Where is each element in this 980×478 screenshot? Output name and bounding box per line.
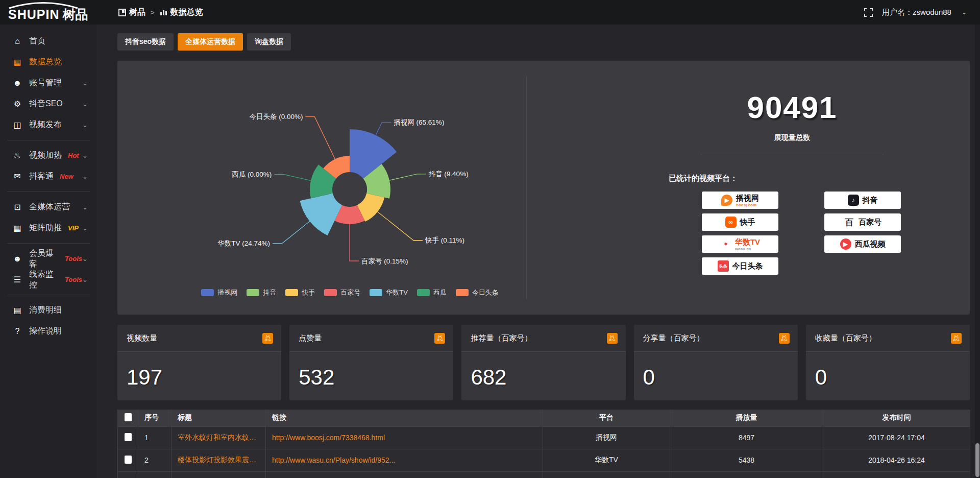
sidebar-item-label: 会员爆客 bbox=[29, 248, 59, 270]
empty-cell bbox=[543, 471, 670, 478]
douyin-logo: ♪ bbox=[848, 195, 859, 206]
username[interactable]: 用户名：zswodun88 bbox=[882, 8, 951, 17]
legend-item-播视网[interactable]: 播视网 bbox=[201, 288, 237, 297]
pie-label-抖音: 抖音 (9.40%) bbox=[429, 170, 469, 178]
chevron-down-icon: ⌄ bbox=[82, 276, 88, 283]
fullscreen-icon[interactable] bbox=[864, 8, 873, 17]
total-badge[interactable]: 总 bbox=[262, 333, 273, 344]
sidebar-item-会员爆客[interactable]: ☻会员爆客Tools⌄ bbox=[0, 248, 97, 269]
sidebar-item-label: 账号管理 bbox=[29, 78, 62, 88]
total-badge[interactable]: 总 bbox=[779, 333, 790, 344]
platform-name: 西瓜视频 bbox=[855, 240, 886, 249]
sidebar-item-线索监控[interactable]: ☰线索监控Tools⌄ bbox=[0, 269, 97, 290]
tab-询盘数据[interactable]: 询盘数据 bbox=[247, 33, 291, 51]
sidebar-item-label: 视频加热 bbox=[29, 150, 62, 161]
row-checkbox[interactable] bbox=[125, 456, 132, 464]
tab-全媒体运营数据[interactable]: 全媒体运营数据 bbox=[178, 33, 243, 51]
pie-slice-华数TV[interactable] bbox=[300, 194, 342, 236]
table-row-partial bbox=[118, 471, 970, 478]
legend-item-抖音[interactable]: 抖音 bbox=[247, 288, 276, 297]
xigua-logo: ▶ bbox=[840, 238, 851, 250]
sidebar-item-首页[interactable]: ⌂首页 bbox=[0, 31, 97, 52]
summary-area: 90491 展现量总数 已统计的视频平台： ▶播视网boosj.com♪抖音∞快… bbox=[527, 61, 970, 315]
platform-cell: 华数TV bbox=[543, 449, 670, 471]
platform-name-text: 抖音 bbox=[863, 196, 878, 204]
sidebar-item-label: 消费明细 bbox=[29, 305, 62, 316]
pie-label-西瓜: 西瓜 (0.00%) bbox=[232, 171, 272, 178]
sidebar-item-矩阵助推[interactable]: ▦矩阵助推VIP⌄ bbox=[0, 218, 97, 238]
stat-card-header: 推荐量（百家号）总 bbox=[461, 325, 625, 352]
tab-抖音seo数据[interactable]: 抖音seo数据 bbox=[117, 33, 174, 51]
platforms-label: 已统计的视频平台： bbox=[669, 174, 970, 183]
chevron-down-icon: ⌄ bbox=[82, 79, 88, 87]
chat-icon: ✉ bbox=[12, 172, 22, 181]
legend-item-快手[interactable]: 快手 bbox=[285, 288, 315, 297]
platform-logo-播视网: ▶播视网boosj.com bbox=[702, 192, 778, 209]
row-index: 1 bbox=[138, 426, 172, 449]
legend-item-今日头条[interactable]: 今日头条 bbox=[456, 288, 499, 297]
app-logo[interactable]: SHUPIN 树品 bbox=[0, 0, 97, 25]
legend-label: 抖音 bbox=[263, 288, 276, 297]
total-badge[interactable]: 总 bbox=[434, 333, 445, 344]
sidebar-item-消费明细[interactable]: ▤消费明细 bbox=[0, 300, 97, 321]
sidebar-item-数据总览[interactable]: ▦数据总览 bbox=[0, 52, 97, 73]
sidebar-item-视频加热[interactable]: ♨视频加热Hot⌄ bbox=[0, 145, 97, 166]
total-badge[interactable]: 总 bbox=[951, 333, 962, 344]
boosj-logo: ▶ bbox=[721, 195, 732, 206]
grid-icon: ▦ bbox=[12, 223, 22, 233]
breadcrumb-separator: > bbox=[151, 9, 155, 16]
sidebar-item-操作说明[interactable]: ?操作说明 bbox=[0, 321, 97, 342]
legend-item-百家号[interactable]: 百家号 bbox=[324, 288, 360, 297]
platform-name: 播视网boosj.com bbox=[736, 194, 759, 207]
platform-logo-西瓜视频: ▶西瓜视频 bbox=[824, 235, 901, 253]
stat-card-header: 分享量（百家号）总 bbox=[634, 325, 798, 352]
chevron-down-icon: ⌄ bbox=[82, 224, 88, 232]
legend-item-华数TV[interactable]: 华数TV bbox=[370, 288, 408, 297]
monitor-icon: ⊡ bbox=[12, 202, 22, 212]
sidebar-badge-New: New bbox=[60, 173, 74, 180]
legend-label: 播视网 bbox=[217, 288, 237, 297]
breadcrumb-current[interactable]: 数据总览 bbox=[160, 7, 203, 18]
sidebar-item-账号管理[interactable]: ☻账号管理⌄ bbox=[0, 73, 97, 93]
window-icon bbox=[118, 9, 126, 16]
chevron-down-icon[interactable]: ⌄ bbox=[962, 9, 967, 16]
platform-name: 抖音 bbox=[863, 196, 878, 205]
page-scrollbar[interactable] bbox=[975, 25, 980, 478]
impressions-total-value: 90491 bbox=[665, 92, 920, 123]
video-url-link[interactable]: http://www.boosj.com/7338468.html bbox=[272, 434, 536, 442]
row-checkbox[interactable] bbox=[125, 433, 132, 441]
sidebar-item-视频发布[interactable]: ◫视频发布⌄ bbox=[0, 114, 97, 135]
videos-table: 序号标题链接平台播放量发布时间 1室外水纹灯和室内水纹灯的区别和简介http:/… bbox=[117, 410, 970, 478]
sidebar-divider bbox=[7, 192, 90, 192]
sidebar-item-label: 线索监控 bbox=[29, 269, 59, 291]
platform-sub-text: boosj.com bbox=[736, 203, 759, 207]
video-title-link[interactable]: 室外水纹灯和室内水纹灯的区别和简介 bbox=[178, 433, 259, 442]
video-title-link[interactable]: 楼体投影灯投影效果震撼上市 bbox=[178, 456, 259, 465]
baijiahao-logo: 百 bbox=[844, 217, 855, 228]
sidebar-item-抖音SEO[interactable]: ⚙抖音SEO⌄ bbox=[0, 93, 97, 114]
legend-label: 西瓜 bbox=[433, 288, 447, 297]
legend-item-西瓜[interactable]: 西瓜 bbox=[417, 288, 447, 297]
stat-card-title: 点赞量 bbox=[299, 333, 322, 343]
sidebar-badge-Hot: Hot bbox=[68, 152, 79, 159]
video-url-link[interactable]: http://www.wasu.cn/Play/show/id/952... bbox=[272, 456, 536, 464]
kuaishou-logo: ∞ bbox=[725, 217, 737, 228]
legend-swatch bbox=[201, 289, 214, 296]
stat-card-title: 收藏量（百家号） bbox=[815, 333, 876, 343]
chevron-down-icon: ⌄ bbox=[82, 100, 88, 108]
breadcrumb-home[interactable]: 树品 bbox=[118, 7, 145, 18]
sidebar-item-抖客通[interactable]: ✉抖客通New⌄ bbox=[0, 166, 97, 187]
select-all-header-cell bbox=[118, 410, 138, 426]
empty-cell bbox=[172, 471, 266, 478]
platform-cell: 播视网 bbox=[543, 426, 670, 449]
platform-name-text: 华数TV bbox=[735, 237, 760, 246]
total-badge[interactable]: 总 bbox=[607, 333, 618, 344]
breadcrumb-label: 树品 bbox=[129, 7, 145, 18]
sidebar-item-全媒体运营[interactable]: ⊡全媒体运营⌄ bbox=[0, 197, 97, 218]
pie-label-华数TV: 华数TV (24.74%) bbox=[217, 240, 270, 247]
scrollbar-thumb[interactable] bbox=[975, 443, 979, 477]
sidebar-item-label: 操作说明 bbox=[29, 326, 62, 337]
bar-chart-icon: ▦ bbox=[12, 57, 22, 67]
select-all-checkbox[interactable] bbox=[125, 413, 132, 421]
platform-sub-text: wasu.cn bbox=[735, 247, 760, 251]
